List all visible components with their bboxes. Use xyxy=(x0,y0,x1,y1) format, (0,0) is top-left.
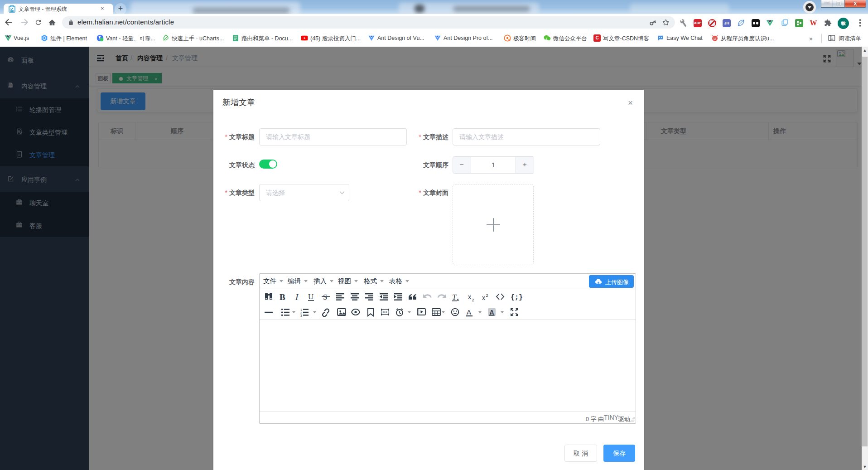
svg-text:A: A xyxy=(490,309,494,316)
svg-text:S: S xyxy=(323,293,327,301)
svg-text:3: 3 xyxy=(300,314,302,317)
svg-text:I: I xyxy=(295,292,299,302)
svg-text:x: x xyxy=(482,294,485,301)
svg-text:2: 2 xyxy=(472,298,474,302)
svg-text:2: 2 xyxy=(486,293,488,298)
svg-text:B: B xyxy=(280,292,285,302)
svg-text:{;}: {;} xyxy=(511,294,523,301)
svg-text:x: x xyxy=(457,297,459,302)
svg-text:U: U xyxy=(308,292,313,301)
svg-text:x: x xyxy=(468,293,471,300)
svg-text:A: A xyxy=(467,308,471,316)
